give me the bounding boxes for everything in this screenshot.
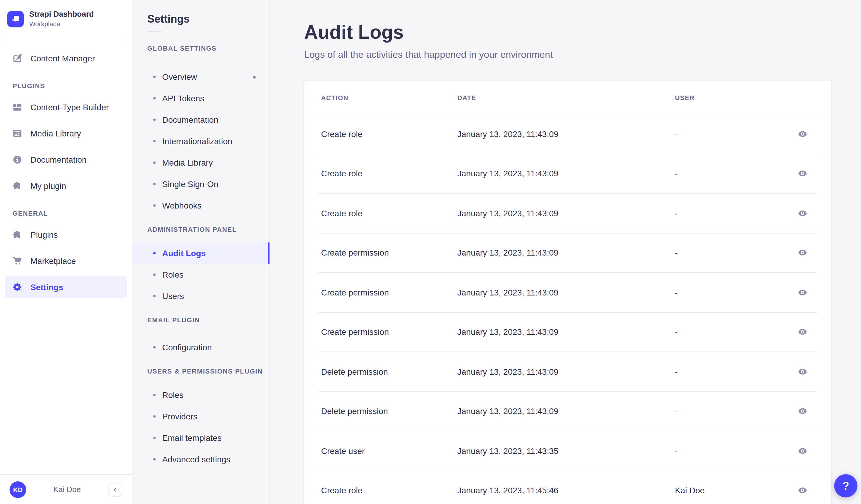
eye-icon bbox=[798, 486, 807, 495]
table-row: Delete permission January 13, 2023, 11:4… bbox=[318, 392, 817, 431]
bullet-icon bbox=[153, 183, 155, 185]
user-avatar[interactable]: KD bbox=[10, 481, 26, 498]
nav-item-label: Plugins bbox=[30, 230, 58, 239]
subnav-item-label: Overview bbox=[162, 72, 197, 82]
nav-item-label: Settings bbox=[30, 282, 63, 292]
main-nav-list: Content Manager PLUGINS Content-Type Bui… bbox=[0, 39, 132, 298]
bullet-icon bbox=[153, 437, 155, 439]
nav-item-my-plugin[interactable]: My plugin bbox=[5, 175, 127, 197]
subnav-item-single-sign-on[interactable]: Single Sign-On bbox=[132, 173, 269, 195]
view-log-button[interactable] bbox=[798, 486, 807, 495]
bullet-icon bbox=[153, 458, 155, 461]
app-window: Strapi Dashboard Workplace Content Manag… bbox=[0, 0, 861, 504]
subnav-item-label: Advanced settings bbox=[162, 454, 231, 464]
nav-item-documentation[interactable]: Documentation bbox=[5, 149, 127, 170]
cell-date: January 13, 2023, 11:43:09 bbox=[457, 407, 675, 416]
bullet-icon bbox=[153, 394, 155, 396]
subnav-item-api-tokens[interactable]: API Tokens bbox=[132, 87, 269, 109]
subnav-item-roles[interactable]: Roles bbox=[132, 264, 269, 285]
collapse-sidebar-button[interactable]: ‹ bbox=[108, 482, 122, 496]
nav-item-media-library[interactable]: Media Library bbox=[5, 123, 127, 144]
column-header-action: ACTION bbox=[321, 94, 457, 101]
table-row: Create role January 13, 2023, 11:43:09 - bbox=[318, 154, 817, 194]
subnav-item-label: Internationalization bbox=[162, 137, 232, 146]
subnav-item-media-library[interactable]: Media Library bbox=[132, 152, 269, 173]
eye-icon bbox=[798, 327, 807, 337]
bullet-icon bbox=[153, 204, 155, 207]
layout-grid-icon bbox=[13, 102, 22, 112]
eye-icon bbox=[798, 288, 807, 297]
cell-date: January 13, 2023, 11:43:09 bbox=[457, 209, 675, 218]
cell-user: - bbox=[675, 446, 798, 456]
view-log-button[interactable] bbox=[798, 248, 807, 258]
user-area: KD Kai Doe ‹ bbox=[0, 474, 132, 504]
cell-action: Create role bbox=[321, 129, 457, 139]
subnav-item-up-roles[interactable]: Roles bbox=[132, 384, 269, 406]
subnav-section-header: ADMINISTRATION PANEL bbox=[147, 226, 269, 233]
subnav-item-label: Single Sign-On bbox=[162, 179, 218, 189]
bullet-icon bbox=[153, 162, 155, 164]
table-row: Create permission January 13, 2023, 11:4… bbox=[318, 273, 817, 312]
help-button[interactable]: ? bbox=[834, 474, 858, 498]
cell-user: - bbox=[675, 288, 798, 297]
bullet-icon bbox=[153, 252, 155, 254]
nav-item-content-manager[interactable]: Content Manager bbox=[5, 48, 127, 69]
subnav-item-documentation[interactable]: Documentation bbox=[132, 109, 269, 130]
strapi-logo-icon bbox=[7, 11, 24, 27]
view-log-button[interactable] bbox=[798, 446, 807, 456]
subnav-item-users[interactable]: Users bbox=[132, 285, 269, 307]
table-row: Create role January 13, 2023, 11:45:46 K… bbox=[318, 471, 817, 504]
feather-pen-icon bbox=[13, 54, 22, 63]
eye-icon bbox=[798, 367, 807, 377]
view-log-button[interactable] bbox=[798, 209, 807, 218]
cell-action: Create permission bbox=[321, 327, 457, 337]
view-log-button[interactable] bbox=[798, 288, 807, 297]
cell-user: - bbox=[675, 407, 798, 416]
subnav-divider bbox=[147, 31, 162, 31]
subnav-item-label: Email templates bbox=[162, 433, 221, 443]
bullet-icon bbox=[153, 140, 155, 142]
workspace-subtitle: Workplace bbox=[29, 20, 94, 28]
cell-action: Create permission bbox=[321, 288, 457, 297]
puzzle-piece-icon bbox=[13, 230, 22, 239]
table-row: Create user January 13, 2023, 11:43:35 - bbox=[318, 431, 817, 471]
eye-icon bbox=[798, 209, 807, 218]
subnav-item-configuration[interactable]: Configuration bbox=[132, 337, 269, 358]
nav-item-marketplace[interactable]: Marketplace bbox=[5, 250, 127, 272]
workspace-brand[interactable]: Strapi Dashboard Workplace bbox=[6, 0, 126, 39]
nav-item-label: Documentation bbox=[30, 155, 86, 165]
cell-action: Create role bbox=[321, 486, 457, 495]
column-header-date: DATE bbox=[457, 94, 675, 101]
subnav-item-audit-logs[interactable]: Audit Logs bbox=[132, 242, 269, 264]
eye-icon bbox=[798, 407, 807, 416]
subnav-item-label: Configuration bbox=[162, 342, 212, 352]
bullet-icon bbox=[153, 295, 155, 297]
subnav-item-internationalization[interactable]: Internationalization bbox=[132, 130, 269, 152]
subnav-item-overview[interactable]: Overview bbox=[132, 66, 269, 87]
cell-action: Create role bbox=[321, 209, 457, 218]
nav-item-settings[interactable]: Settings bbox=[5, 277, 127, 298]
subnav-section-header: GLOBAL SETTINGS bbox=[147, 45, 269, 52]
view-log-button[interactable] bbox=[798, 407, 807, 416]
page-header: Audit Logs Logs of all the activities th… bbox=[270, 0, 861, 62]
subnav-item-webhooks[interactable]: Webhooks bbox=[132, 195, 269, 216]
nav-item-plugins[interactable]: Plugins bbox=[5, 224, 127, 246]
view-log-button[interactable] bbox=[798, 327, 807, 337]
cell-user: - bbox=[675, 248, 798, 258]
bullet-icon bbox=[153, 346, 155, 349]
main-sidebar: Strapi Dashboard Workplace Content Manag… bbox=[0, 0, 132, 504]
cell-user: - bbox=[675, 367, 798, 377]
nav-item-content-type-builder[interactable]: Content-Type Builder bbox=[5, 97, 127, 118]
subnav-section-users-permissions-plugin: USERS & PERMISSIONS PLUGIN Roles Provide… bbox=[132, 367, 269, 470]
cell-date: January 13, 2023, 11:43:09 bbox=[457, 129, 675, 139]
view-log-button[interactable] bbox=[798, 129, 807, 139]
view-log-button[interactable] bbox=[798, 169, 807, 179]
audit-logs-table-card: ACTION DATE USER Create role January 13,… bbox=[304, 81, 831, 504]
subnav-item-email-templates[interactable]: Email templates bbox=[132, 427, 269, 449]
bullet-icon bbox=[153, 274, 155, 276]
subnav-item-label: Providers bbox=[162, 412, 197, 421]
notification-dot-icon bbox=[253, 75, 256, 78]
subnav-item-providers[interactable]: Providers bbox=[132, 406, 269, 427]
subnav-item-advanced-settings[interactable]: Advanced settings bbox=[132, 449, 269, 470]
view-log-button[interactable] bbox=[798, 367, 807, 377]
